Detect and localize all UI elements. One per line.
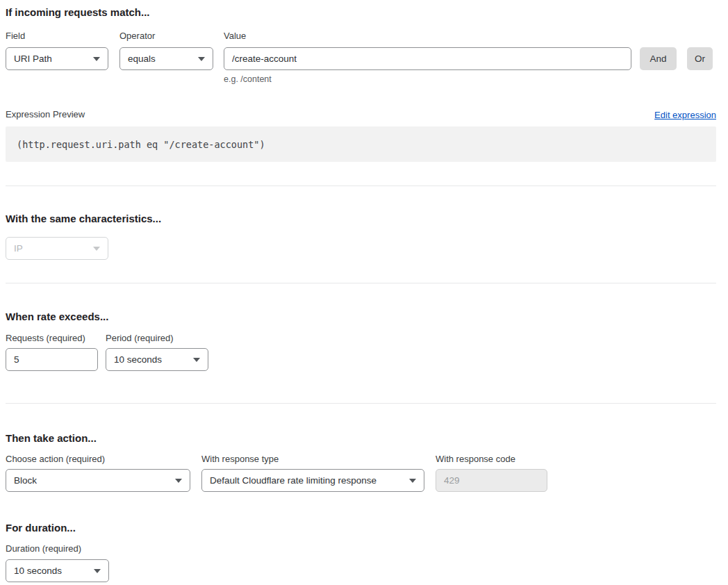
choose-action-label: Choose action (required) (6, 454, 190, 465)
action-select[interactable]: Block (6, 469, 190, 492)
section-rate: When rate exceeds... Requests (required)… (6, 310, 716, 371)
action-controls-row: Block Default Cloudflare rate limiting r… (6, 469, 716, 492)
field-label: Field (6, 31, 108, 42)
action-labels-row: Choose action (required) With response t… (6, 454, 716, 465)
duration-label: Duration (required) (6, 543, 716, 554)
chevron-down-icon (94, 569, 101, 573)
match-labels-row: Field Operator Value (6, 31, 716, 42)
value-input-wrap (224, 47, 631, 70)
response-code-label: With response code (436, 454, 547, 465)
rate-heading: When rate exceeds... (6, 310, 716, 323)
edit-expression-link[interactable]: Edit expression (654, 110, 716, 120)
section-divider (6, 186, 716, 186)
section-characteristics: With the same characteristics... IP (6, 212, 716, 260)
operator-select-value: equals (128, 53, 156, 64)
chevron-down-icon (409, 479, 416, 483)
period-label: Period (required) (106, 333, 208, 344)
response-code-input (436, 469, 547, 492)
rate-labels-row: Requests (required) Period (required) (6, 333, 716, 344)
response-type-label: With response type (201, 454, 424, 465)
match-controls-row: URI Path equals And Or (6, 47, 716, 70)
requests-input-wrap (6, 348, 98, 371)
requests-label: Requests (required) (6, 333, 98, 344)
response-type-select-value: Default Cloudflare rate limiting respons… (210, 475, 377, 486)
rate-controls-row: 10 seconds (6, 348, 716, 371)
response-type-select[interactable]: Default Cloudflare rate limiting respons… (201, 469, 424, 492)
expression-preview-row: Expression Preview Edit expression (6, 109, 716, 120)
duration-heading: For duration... (6, 521, 716, 534)
value-input[interactable] (224, 47, 631, 70)
chevron-down-icon (193, 358, 200, 362)
section-action: Then take action... Choose action (requi… (6, 431, 716, 492)
chevron-down-icon (93, 57, 100, 61)
characteristic-select: IP (6, 237, 108, 260)
requests-input[interactable] (6, 348, 98, 371)
action-select-value: Block (14, 475, 37, 486)
operator-label: Operator (119, 31, 213, 42)
action-heading: Then take action... (6, 431, 716, 445)
period-select[interactable]: 10 seconds (106, 348, 208, 371)
response-code-input-wrap (436, 469, 547, 492)
period-select-value: 10 seconds (114, 354, 162, 365)
expression-preview-label: Expression Preview (6, 109, 85, 120)
chevron-down-icon (175, 479, 182, 483)
duration-select[interactable]: 10 seconds (6, 559, 109, 582)
duration-select-value: 10 seconds (14, 566, 62, 576)
value-helper-text: e.g. /content (224, 74, 716, 85)
chevron-down-icon (198, 57, 205, 61)
characteristic-select-value: IP (14, 243, 23, 254)
expression-preview-code: (http.request.uri.path eq "/create-accou… (6, 126, 716, 162)
chevron-down-icon (93, 247, 100, 251)
value-label: Value (224, 31, 631, 42)
or-button[interactable]: Or (687, 47, 713, 70)
and-button[interactable]: And (640, 47, 677, 70)
section-duration: For duration... Duration (required) 10 s… (6, 521, 716, 582)
section-divider (6, 283, 716, 283)
section-match: If incoming requests match... Field Oper… (6, 6, 716, 162)
match-heading: If incoming requests match... (6, 6, 716, 19)
field-select-value: URI Path (14, 53, 52, 64)
characteristics-heading: With the same characteristics... (6, 212, 716, 225)
operator-select[interactable]: equals (119, 47, 213, 70)
section-divider (6, 403, 716, 404)
rate-limiting-rule-form: If incoming requests match... Field Oper… (0, 0, 728, 585)
field-select[interactable]: URI Path (6, 47, 108, 70)
